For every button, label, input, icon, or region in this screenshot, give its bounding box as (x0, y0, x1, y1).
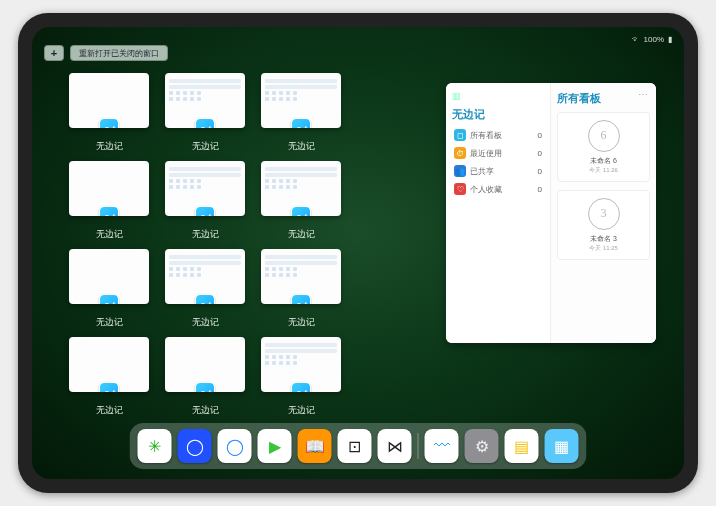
battery-label: 100% (644, 35, 664, 44)
sidebar-toggle-icon[interactable]: ▥ (452, 91, 461, 101)
window-preview (69, 249, 149, 304)
window-switcher-grid: 无边记无边记无边记无边记无边记无边记无边记无边记无边记无边记无边记无边记 (68, 73, 438, 417)
panel-category-item[interactable]: ◻所有看板0 (452, 126, 544, 144)
dock-app-wechat[interactable]: ✳ (138, 429, 172, 463)
freeform-app-icon (291, 294, 311, 304)
freeform-app-icon (291, 206, 311, 216)
window-thumbnail[interactable]: 无边记 (260, 161, 342, 241)
category-label: 所有看板 (470, 130, 538, 141)
window-preview (165, 337, 245, 392)
freeform-app-icon (195, 382, 215, 392)
plus-icon: + (51, 47, 57, 59)
window-preview (165, 73, 245, 128)
freeform-app-icon (99, 206, 119, 216)
window-preview (69, 73, 149, 128)
screen: ᯤ 100% ▮ + 重新打开已关闭的窗口 无边记无边记无边记无边记无边记无边记… (32, 27, 684, 479)
category-label: 个人收藏 (470, 184, 538, 195)
board-title: 未命名 3 (590, 234, 617, 244)
window-preview (165, 161, 245, 216)
freeform-app-icon (291, 118, 311, 128)
panel-category-list: ◻所有看板0⏱最近使用0👥已共享0♡个人收藏0 (452, 126, 544, 198)
window-thumbnail[interactable]: 无边记 (260, 73, 342, 153)
window-label: 无边记 (192, 140, 219, 153)
more-icon[interactable]: ⋯ (638, 89, 648, 100)
window-label: 无边记 (192, 228, 219, 241)
ipad-device-frame: ᯤ 100% ▮ + 重新打开已关闭的窗口 无边记无边记无边记无边记无边记无边记… (18, 13, 698, 493)
board-subtitle: 今天 11:26 (589, 166, 618, 175)
window-thumbnail[interactable]: 无边记 (260, 249, 342, 329)
category-label: 最近使用 (470, 148, 538, 159)
dock-app-settings[interactable]: ⚙ (465, 429, 499, 463)
window-thumbnail[interactable]: 无边记 (68, 337, 150, 417)
dock-app-media[interactable]: ▶ (258, 429, 292, 463)
category-count: 0 (538, 185, 542, 194)
dock-app-notes[interactable]: ▤ (505, 429, 539, 463)
new-window-button[interactable]: + (44, 45, 64, 61)
panel-left-title: 无边记 (452, 107, 544, 122)
board-card[interactable]: 3未命名 3今天 11:25 (557, 190, 650, 260)
category-label: 已共享 (470, 166, 538, 177)
panel-category-item[interactable]: ♡个人收藏0 (452, 180, 544, 198)
freeform-app-icon (195, 206, 215, 216)
freeform-app-icon (99, 382, 119, 392)
window-preview (261, 337, 341, 392)
panel-category-item[interactable]: 👥已共享0 (452, 162, 544, 180)
window-thumbnail[interactable]: 无边记 (68, 161, 150, 241)
dock-separator (418, 433, 419, 459)
window-thumbnail[interactable]: 无边记 (164, 73, 246, 153)
reopen-label: 重新打开已关闭的窗口 (79, 48, 159, 59)
battery-icon: ▮ (668, 35, 672, 44)
dock-app-freeform[interactable]: 〰 (425, 429, 459, 463)
top-bar: + 重新打开已关闭的窗口 (44, 45, 168, 61)
window-label: 无边记 (192, 316, 219, 329)
panel-detail: ⋯ 所有看板 6未命名 6今天 11:263未命名 3今天 11:25 (551, 83, 656, 343)
category-count: 0 (538, 131, 542, 140)
window-label: 无边记 (96, 228, 123, 241)
board-card[interactable]: 6未命名 6今天 11:26 (557, 112, 650, 182)
window-preview (261, 249, 341, 304)
window-label: 无边记 (288, 316, 315, 329)
category-count: 0 (538, 167, 542, 176)
panel-sidebar: ▥ 无边记 ◻所有看板0⏱最近使用0👥已共享0♡个人收藏0 (446, 83, 551, 343)
window-preview (69, 337, 149, 392)
window-label: 无边记 (96, 404, 123, 417)
freeform-app-icon (99, 294, 119, 304)
window-label: 无边记 (288, 228, 315, 241)
dock-app-folder[interactable]: ▦ (545, 429, 579, 463)
window-thumbnail[interactable]: 无边记 (260, 337, 342, 417)
board-preview: 3 (588, 198, 620, 230)
dock: ✳◯◯▶📖⊡⋈〰⚙▤▦ (130, 423, 587, 469)
window-label: 无边记 (96, 316, 123, 329)
window-label: 无边记 (96, 140, 123, 153)
reopen-closed-window-button[interactable]: 重新打开已关闭的窗口 (70, 45, 168, 61)
window-label: 无边记 (288, 140, 315, 153)
dock-app-books[interactable]: 📖 (298, 429, 332, 463)
board-subtitle: 今天 11:25 (589, 244, 618, 253)
freeform-app-icon (195, 294, 215, 304)
board-preview: 6 (588, 120, 620, 152)
window-thumbnail[interactable]: 无边记 (164, 249, 246, 329)
dock-app-qqbrowser[interactable]: ◯ (218, 429, 252, 463)
window-label: 无边记 (192, 404, 219, 417)
window-thumbnail[interactable]: 无边记 (68, 73, 150, 153)
category-icon: 👥 (454, 165, 466, 177)
freeform-app-icon (195, 118, 215, 128)
window-label: 无边记 (288, 404, 315, 417)
window-preview (261, 73, 341, 128)
freeform-app-icon (99, 118, 119, 128)
window-thumbnail[interactable]: 无边记 (164, 161, 246, 241)
category-count: 0 (538, 149, 542, 158)
category-icon: ⏱ (454, 147, 466, 159)
panel-category-item[interactable]: ⏱最近使用0 (452, 144, 544, 162)
panel-right-title: 所有看板 (557, 91, 650, 106)
window-thumbnail[interactable]: 无边记 (68, 249, 150, 329)
window-preview (261, 161, 341, 216)
side-panel: ▥ 无边记 ◻所有看板0⏱最近使用0👥已共享0♡个人收藏0 ⋯ 所有看板 6未命… (446, 83, 656, 343)
freeform-app-icon (291, 382, 311, 392)
board-title: 未命名 6 (590, 156, 617, 166)
window-preview (69, 161, 149, 216)
dock-app-dice[interactable]: ⊡ (338, 429, 372, 463)
dock-app-connect[interactable]: ⋈ (378, 429, 412, 463)
window-thumbnail[interactable]: 无边记 (164, 337, 246, 417)
dock-app-quark[interactable]: ◯ (178, 429, 212, 463)
